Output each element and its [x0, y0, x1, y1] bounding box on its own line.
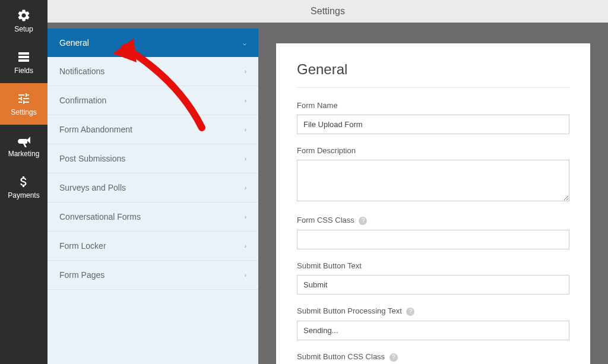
toolbar-label: Payments	[8, 191, 39, 200]
help-icon[interactable]: ?	[406, 308, 414, 316]
settings-panel: General ⌵ Notifications › Confirmation ›…	[48, 29, 258, 364]
panel-item-form-pages[interactable]: Form Pages ›	[48, 261, 258, 290]
page-header: Settings	[48, 0, 608, 23]
list-icon	[17, 50, 31, 64]
chevron-right-icon: ›	[245, 97, 246, 104]
panel-item-form-abandonment[interactable]: Form Abandonment ›	[48, 115, 258, 144]
panel-item-label: Conversational Forms	[59, 212, 141, 221]
chevron-right-icon: ›	[245, 126, 246, 133]
panel-item-surveys-polls[interactable]: Surveys and Polls ›	[48, 173, 258, 202]
panel-item-conversational-forms[interactable]: Conversational Forms ›	[48, 202, 258, 232]
toolbar-label: Setup	[14, 25, 33, 33]
panel-item-post-submissions[interactable]: Post Submissions ›	[48, 144, 258, 173]
submit-button-text-label: Submit Button Text	[297, 261, 569, 270]
toolbar-marketing[interactable]: Marketing	[0, 125, 48, 166]
chevron-right-icon: ›	[245, 68, 246, 75]
chevron-right-icon: ›	[245, 243, 246, 249]
main-toolbar: Setup Fields Settings Marketing Payments	[0, 0, 48, 364]
svg-rect-0	[18, 52, 29, 55]
submit-button-text-input[interactable]	[297, 275, 569, 295]
toolbar-label: Settings	[11, 108, 36, 116]
panel-item-label: Form Abandonment	[59, 125, 132, 134]
panel-item-label: Notifications	[59, 67, 104, 76]
panel-item-label: Confirmation	[59, 96, 106, 105]
chevron-down-icon: ⌵	[243, 40, 246, 46]
toolbar-label: Marketing	[8, 150, 40, 158]
svg-rect-2	[18, 59, 29, 62]
help-icon[interactable]: ?	[390, 353, 398, 362]
form-description-label: Form Description	[297, 146, 569, 155]
content-area: General Form Name Form Description Form …	[276, 43, 590, 364]
content-heading: General	[297, 61, 569, 88]
form-css-class-input[interactable]	[297, 230, 569, 249]
toolbar-setup[interactable]: Setup	[0, 0, 48, 42]
form-name-input[interactable]	[297, 115, 569, 134]
panel-item-label: Surveys and Polls	[59, 183, 126, 192]
panel-item-general[interactable]: General ⌵	[48, 29, 258, 57]
help-icon[interactable]: ?	[359, 217, 367, 225]
toolbar-label: Fields	[14, 67, 33, 75]
sliders-icon	[17, 91, 31, 106]
chevron-right-icon: ›	[245, 214, 246, 220]
page-title: Settings	[311, 6, 345, 17]
chevron-right-icon: ›	[245, 156, 246, 162]
form-css-class-label: Form CSS Class	[297, 216, 354, 224]
gear-icon	[17, 8, 31, 23]
svg-rect-1	[18, 56, 29, 58]
form-description-input[interactable]	[297, 160, 569, 201]
submit-button-css-class-label: Submit Button CSS Class	[297, 352, 385, 361]
submit-button-processing-input[interactable]	[297, 321, 569, 340]
form-name-label: Form Name	[297, 101, 569, 110]
panel-item-notifications[interactable]: Notifications ›	[48, 57, 258, 86]
chevron-right-icon: ›	[245, 185, 246, 191]
toolbar-settings[interactable]: Settings	[0, 83, 48, 125]
panel-item-label: Form Pages	[59, 270, 104, 280]
toolbar-payments[interactable]: Payments	[0, 166, 48, 208]
toolbar-fields[interactable]: Fields	[0, 42, 48, 83]
panel-item-label: General	[59, 38, 89, 48]
panel-item-confirmation[interactable]: Confirmation ›	[48, 86, 258, 115]
submit-button-processing-label: Submit Button Processing Text	[297, 306, 402, 315]
panel-item-label: Post Submissions	[59, 154, 125, 163]
chevron-right-icon: ›	[245, 272, 246, 278]
bullhorn-icon	[17, 133, 31, 147]
panel-item-form-locker[interactable]: Form Locker ›	[48, 232, 258, 261]
panel-item-label: Form Locker	[59, 241, 106, 251]
dollar-icon	[17, 175, 31, 189]
